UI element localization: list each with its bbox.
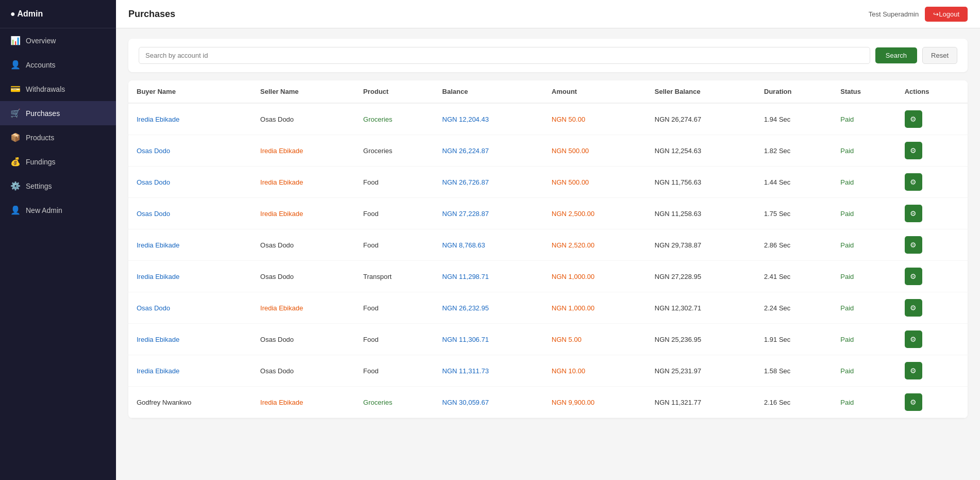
cell-buyer-0[interactable]: Iredia Ebikade bbox=[128, 103, 252, 135]
cell-seller-3[interactable]: Iredia Ebikade bbox=[252, 198, 355, 229]
cell-balance-4: NGN 8,768.63 bbox=[434, 229, 543, 261]
product-3: Food bbox=[363, 210, 379, 218]
cell-seller-6[interactable]: Iredia Ebikade bbox=[252, 292, 355, 324]
buyer-name-6[interactable]: Osas Dodo bbox=[137, 304, 170, 312]
cell-seller-9[interactable]: Iredia Ebikade bbox=[252, 387, 355, 418]
cell-seller-1[interactable]: Iredia Ebikade bbox=[252, 135, 355, 167]
buyer-name-1[interactable]: Osas Dodo bbox=[137, 147, 170, 155]
purchases-table-container: Buyer Name Seller Name Product Balance A… bbox=[128, 80, 968, 418]
cell-status-2: Paid bbox=[832, 167, 896, 198]
sidebar-item-withdrawals[interactable]: 💳Withdrawals bbox=[0, 77, 116, 101]
cell-amount-5: NGN 1,000.00 bbox=[543, 261, 646, 292]
page-title: Purchases bbox=[128, 9, 175, 20]
cell-seller-balance-1: NGN 12,254.63 bbox=[646, 135, 756, 167]
sidebar-label-accounts: Accounts bbox=[26, 61, 56, 69]
search-bar: Search Reset bbox=[128, 39, 968, 72]
cell-buyer-4[interactable]: Iredia Ebikade bbox=[128, 229, 252, 261]
seller-name-9[interactable]: Iredia Ebikade bbox=[260, 399, 303, 406]
seller-name-2[interactable]: Iredia Ebikade bbox=[260, 178, 303, 186]
cell-duration-7: 1.91 Sec bbox=[756, 324, 832, 355]
cell-buyer-6[interactable]: Osas Dodo bbox=[128, 292, 252, 324]
reset-button[interactable]: Reset bbox=[922, 47, 957, 64]
seller-name-3[interactable]: Iredia Ebikade bbox=[260, 210, 303, 218]
search-input[interactable] bbox=[139, 47, 870, 64]
table-row: Osas Dodo Iredia Ebikade Food NGN 26,726… bbox=[128, 167, 968, 198]
cell-seller-balance-7: NGN 25,236.95 bbox=[646, 324, 756, 355]
view-button-3[interactable]: ⚙ bbox=[905, 205, 922, 222]
view-button-4[interactable]: ⚙ bbox=[905, 236, 922, 254]
cell-amount-3: NGN 2,500.00 bbox=[543, 198, 646, 229]
cell-buyer-5[interactable]: Iredia Ebikade bbox=[128, 261, 252, 292]
cell-product-2: Food bbox=[355, 167, 434, 198]
view-button-8[interactable]: ⚙ bbox=[905, 362, 922, 379]
sidebar-item-accounts[interactable]: 👤Accounts bbox=[0, 53, 116, 77]
cell-balance-9: NGN 30,059.67 bbox=[434, 387, 543, 418]
cell-seller-2[interactable]: Iredia Ebikade bbox=[252, 167, 355, 198]
products-icon: 📦 bbox=[10, 133, 21, 142]
cell-buyer-7[interactable]: Iredia Ebikade bbox=[128, 324, 252, 355]
view-button-2[interactable]: ⚙ bbox=[905, 173, 922, 191]
table-row: Iredia Ebikade Osas Dodo Food NGN 11,306… bbox=[128, 324, 968, 355]
buyer-name-3[interactable]: Osas Dodo bbox=[137, 210, 170, 218]
sidebar-label-overview: Overview bbox=[26, 37, 56, 45]
cell-product-9[interactable]: Groceries bbox=[355, 387, 434, 418]
cell-balance-7: NGN 11,306.71 bbox=[434, 324, 543, 355]
sidebar-item-settings[interactable]: ⚙️Settings bbox=[0, 174, 116, 198]
seller-name-1[interactable]: Iredia Ebikade bbox=[260, 147, 303, 155]
product-9[interactable]: Groceries bbox=[363, 399, 392, 406]
content-area: Search Reset Buyer Name Seller Name Prod… bbox=[116, 28, 980, 480]
buyer-name-2[interactable]: Osas Dodo bbox=[137, 178, 170, 186]
sidebar-item-overview[interactable]: 📊Overview bbox=[0, 28, 116, 53]
view-button-9[interactable]: ⚙ bbox=[905, 393, 922, 411]
cell-actions-6: ⚙ bbox=[896, 292, 968, 324]
search-button[interactable]: Search bbox=[875, 47, 917, 63]
buyer-name-8[interactable]: Iredia Ebikade bbox=[137, 367, 179, 375]
product-5: Transport bbox=[363, 273, 392, 280]
cell-amount-7: NGN 5.00 bbox=[543, 324, 646, 355]
view-button-0[interactable]: ⚙ bbox=[905, 110, 922, 128]
cell-amount-4: NGN 2,520.00 bbox=[543, 229, 646, 261]
cell-buyer-2[interactable]: Osas Dodo bbox=[128, 167, 252, 198]
seller-name-6[interactable]: Iredia Ebikade bbox=[260, 304, 303, 312]
cell-actions-4: ⚙ bbox=[896, 229, 968, 261]
col-seller-name: Seller Name bbox=[252, 80, 355, 103]
cell-buyer-1[interactable]: Osas Dodo bbox=[128, 135, 252, 167]
purchases-icon: 🛒 bbox=[10, 108, 21, 118]
sidebar-label-fundings: Fundings bbox=[26, 158, 56, 166]
buyer-name-7[interactable]: Iredia Ebikade bbox=[137, 336, 179, 343]
product-0[interactable]: Groceries bbox=[363, 115, 392, 123]
cell-product-0[interactable]: Groceries bbox=[355, 103, 434, 135]
sidebar-nav: 📊Overview👤Accounts💳Withdrawals🛒Purchases… bbox=[0, 28, 116, 222]
cell-balance-6: NGN 26,232.95 bbox=[434, 292, 543, 324]
buyer-name-5[interactable]: Iredia Ebikade bbox=[137, 273, 179, 280]
view-button-1[interactable]: ⚙ bbox=[905, 142, 922, 159]
cell-status-7: Paid bbox=[832, 324, 896, 355]
view-button-6[interactable]: ⚙ bbox=[905, 299, 922, 317]
view-button-5[interactable]: ⚙ bbox=[905, 268, 922, 285]
view-button-7[interactable]: ⚙ bbox=[905, 330, 922, 348]
sidebar-item-products[interactable]: 📦Products bbox=[0, 125, 116, 150]
cell-actions-1: ⚙ bbox=[896, 135, 968, 167]
cell-seller-balance-0: NGN 26,274.67 bbox=[646, 103, 756, 135]
table-row: Osas Dodo Iredia Ebikade Food NGN 27,228… bbox=[128, 198, 968, 229]
buyer-name-0[interactable]: Iredia Ebikade bbox=[137, 115, 179, 123]
cell-duration-2: 1.44 Sec bbox=[756, 167, 832, 198]
sidebar-item-new-admin[interactable]: 👤New Admin bbox=[0, 198, 116, 222]
product-4: Food bbox=[363, 241, 379, 249]
sidebar-item-fundings[interactable]: 💰Fundings bbox=[0, 150, 116, 174]
cell-amount-0: NGN 50.00 bbox=[543, 103, 646, 135]
cell-amount-2: NGN 500.00 bbox=[543, 167, 646, 198]
col-seller-balance: Seller Balance bbox=[646, 80, 756, 103]
table-row: Iredia Ebikade Osas Dodo Groceries NGN 1… bbox=[128, 103, 968, 135]
cell-balance-8: NGN 11,311.73 bbox=[434, 355, 543, 387]
buyer-name-4[interactable]: Iredia Ebikade bbox=[137, 241, 179, 249]
cell-seller-balance-5: NGN 27,228.95 bbox=[646, 261, 756, 292]
cell-buyer-8[interactable]: Iredia Ebikade bbox=[128, 355, 252, 387]
sidebar-item-purchases[interactable]: 🛒Purchases bbox=[0, 101, 116, 125]
cell-amount-6: NGN 1,000.00 bbox=[543, 292, 646, 324]
cell-buyer-3[interactable]: Osas Dodo bbox=[128, 198, 252, 229]
logout-button[interactable]: ↪Logout bbox=[925, 7, 968, 22]
col-duration: Duration bbox=[756, 80, 832, 103]
col-amount: Amount bbox=[543, 80, 646, 103]
seller-name-8: Osas Dodo bbox=[260, 367, 294, 375]
